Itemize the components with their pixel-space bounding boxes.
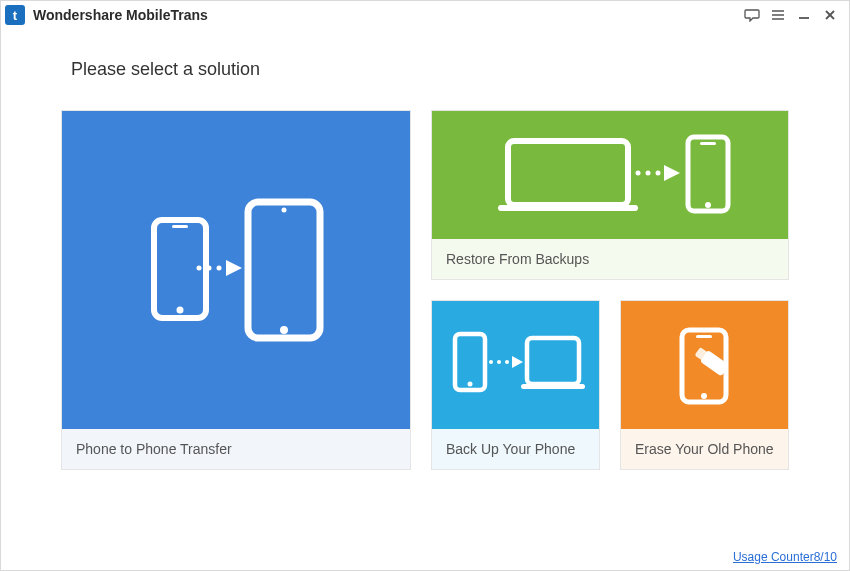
card-erase-phone[interactable]: Erase Your Old Phone bbox=[620, 300, 789, 470]
svg-rect-28 bbox=[527, 338, 579, 384]
svg-rect-9 bbox=[248, 202, 320, 338]
titlebar: t Wondershare MobileTrans bbox=[1, 1, 849, 29]
svg-rect-16 bbox=[498, 205, 638, 211]
backup-icon bbox=[432, 301, 599, 429]
app-logo: t bbox=[5, 5, 25, 25]
svg-point-24 bbox=[467, 382, 472, 387]
svg-rect-32 bbox=[696, 335, 712, 338]
svg-point-12 bbox=[197, 266, 202, 271]
card-restore-from-backups[interactable]: Restore From Backups bbox=[431, 110, 789, 280]
svg-point-19 bbox=[656, 171, 661, 176]
card-label: Restore From Backups bbox=[432, 239, 788, 279]
svg-rect-20 bbox=[688, 137, 728, 211]
main-content: Please select a solution bbox=[1, 29, 849, 470]
app-logo-letter: t bbox=[13, 8, 17, 23]
minimize-icon[interactable] bbox=[791, 4, 817, 26]
svg-rect-22 bbox=[700, 142, 716, 145]
app-title: Wondershare MobileTrans bbox=[33, 7, 208, 23]
card-label: Erase Your Old Phone bbox=[621, 429, 788, 469]
close-icon[interactable] bbox=[817, 4, 843, 26]
restore-icon bbox=[432, 111, 788, 239]
svg-point-18 bbox=[646, 171, 651, 176]
svg-point-7 bbox=[177, 307, 184, 314]
svg-rect-15 bbox=[508, 141, 628, 205]
card-label: Phone to Phone Transfer bbox=[62, 429, 410, 469]
svg-rect-29 bbox=[521, 384, 585, 389]
page-heading: Please select a solution bbox=[71, 59, 789, 80]
phone-to-phone-icon bbox=[62, 111, 410, 429]
svg-point-11 bbox=[282, 208, 287, 213]
svg-point-10 bbox=[280, 326, 288, 334]
erase-icon bbox=[621, 301, 788, 429]
feedback-icon[interactable] bbox=[739, 4, 765, 26]
svg-point-14 bbox=[217, 266, 222, 271]
menu-icon[interactable] bbox=[765, 4, 791, 26]
card-phone-to-phone[interactable]: Phone to Phone Transfer bbox=[61, 110, 411, 470]
card-label: Back Up Your Phone bbox=[432, 429, 599, 469]
svg-point-25 bbox=[489, 360, 493, 364]
svg-point-26 bbox=[497, 360, 501, 364]
svg-rect-8 bbox=[172, 225, 188, 228]
usage-counter-link[interactable]: Usage Counter8/10 bbox=[733, 550, 837, 564]
svg-point-31 bbox=[701, 393, 707, 399]
svg-point-17 bbox=[636, 171, 641, 176]
svg-point-13 bbox=[207, 266, 212, 271]
svg-point-27 bbox=[505, 360, 509, 364]
svg-point-21 bbox=[705, 202, 711, 208]
card-backup-phone[interactable]: Back Up Your Phone bbox=[431, 300, 600, 470]
solutions-grid: Phone to Phone Transfer bbox=[61, 110, 789, 470]
